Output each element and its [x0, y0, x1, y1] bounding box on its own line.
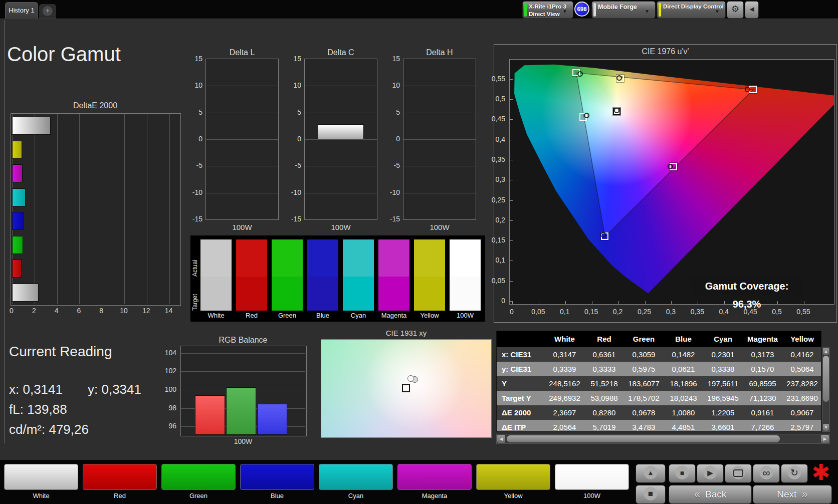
y-tick-label: -15: [188, 215, 202, 223]
table-row-x--cie31: x: CIE310,31470,63610,30590,14820,23010,…: [497, 347, 821, 362]
y-tick-label: -5: [188, 161, 202, 169]
measure-once-button[interactable]: [725, 464, 752, 483]
table-cell: 18,1896: [664, 376, 703, 391]
bar-green: [12, 236, 23, 254]
swatch-actual-magenta: [378, 239, 409, 277]
column-header-yellow: Yellow: [782, 331, 821, 347]
next-button[interactable]: Next»: [753, 485, 832, 504]
meter-count-badge: 698: [574, 2, 589, 17]
gridline: [305, 193, 377, 193]
target-row-label: Target: [191, 277, 198, 311]
patch-button-100w[interactable]: [555, 464, 629, 490]
y-tick-label: 5: [287, 108, 301, 116]
table-cell: 71,1230: [743, 391, 782, 405]
bar-red: [12, 260, 22, 278]
play-button[interactable]: ▶: [697, 464, 724, 483]
measure-loop-button[interactable]: ∞: [753, 464, 780, 483]
table-cell: 197,5611: [703, 376, 743, 391]
page-up-button[interactable]: ▲: [636, 464, 666, 483]
gridline: [206, 166, 278, 166]
x-tick-label: 0,3: [661, 308, 681, 316]
table-cell: 3,6601: [703, 420, 743, 432]
patch-button-magenta[interactable]: [397, 464, 472, 490]
plus-icon: +: [43, 6, 53, 16]
scrollbar-thumb[interactable]: [507, 435, 780, 442]
refresh-icon: ↻: [790, 467, 798, 478]
y-tick-label: 15: [287, 55, 301, 63]
left-divider: [4, 20, 5, 443]
collapse-panel-button[interactable]: ◀: [745, 1, 759, 19]
delta-l-chart: [205, 59, 279, 220]
meter-dropdown[interactable]: X-Rite i1Pro 3Direct View ▼: [522, 1, 573, 19]
x-tick: [592, 301, 592, 304]
y-tick-label: 0,1: [490, 256, 505, 264]
y-tick-label: -10: [287, 188, 301, 196]
workflow-label: Mobile Forge: [598, 3, 637, 11]
scroll-up-icon[interactable]: ▲: [823, 348, 829, 355]
y-tick-label: 15: [188, 55, 202, 63]
patch-button-yellow[interactable]: [476, 464, 550, 490]
x-tick: [645, 301, 646, 304]
patch-label: Blue: [240, 492, 314, 499]
deltae2000-chart: [11, 113, 181, 306]
reading-fL: fL: 139,88: [9, 402, 67, 417]
swatch-target-yellow: [414, 277, 445, 311]
actual-target-swatches: ActualTargetWhiteRedGreenBlueCyanMagenta…: [190, 235, 485, 322]
display-control-dropdown[interactable]: Direct Display Control ▼: [657, 1, 726, 19]
table-cell: 0,3059: [624, 347, 664, 362]
x-tick-label: 0: [4, 307, 19, 315]
actual-row-label: Actual: [191, 239, 198, 277]
add-tab-button[interactable]: +: [39, 4, 56, 19]
x-tick: [539, 301, 539, 304]
gear-icon: ⚙: [731, 4, 739, 14]
bar-blue: [257, 404, 287, 435]
x-tick: [565, 301, 566, 304]
y-tick-label: 98: [161, 404, 176, 412]
gridline: [147, 114, 147, 304]
patch-button-red[interactable]: [83, 464, 157, 490]
scrollbar-thumb[interactable]: [823, 356, 829, 402]
refresh-button[interactable]: ↻: [781, 464, 808, 483]
workflow-dropdown[interactable]: Mobile Forge ▼: [591, 1, 656, 19]
window-size-button[interactable]: ■: [636, 485, 666, 504]
page-title: Color Gamut: [7, 43, 121, 66]
y-tick-label: 96: [161, 422, 176, 430]
swatch-label: 100W: [448, 312, 483, 319]
table-vertical-scrollbar[interactable]: ▲ ▼: [822, 347, 830, 432]
table-row-y: Y248,516251,5218183,607718,1896197,56116…: [497, 376, 821, 391]
table-cell: 0,3339: [545, 362, 584, 376]
table-horizontal-scrollbar[interactable]: ◀ ▶: [496, 434, 830, 444]
column-header-blue: Blue: [664, 331, 703, 347]
patch-button-blue[interactable]: [240, 464, 314, 490]
table-cell: 0,9678: [624, 405, 664, 420]
tab-history-1[interactable]: History 1: [5, 2, 38, 19]
patch-control-bar: WhiteRedGreenBlueCyanMagentaYellow100W▲■…: [0, 460, 838, 504]
patch-button-white[interactable]: [4, 464, 78, 490]
bar-100w: [12, 117, 51, 135]
y-tick-label: 0,25: [490, 196, 505, 204]
delta-bar: [318, 124, 364, 139]
rgb-balance-chart: [180, 346, 307, 436]
swatch-label: Red: [234, 312, 269, 319]
stop-button[interactable]: ■: [669, 464, 696, 483]
bar-white: [12, 284, 39, 302]
patch-button-cyan[interactable]: [319, 464, 393, 490]
y-tick: [510, 79, 513, 80]
patch-label: 100W: [555, 492, 629, 499]
table-cell: 0,1570: [743, 362, 782, 376]
y-tick-label: 0,2: [490, 216, 505, 224]
patch-label: Yellow: [476, 492, 550, 499]
target-marker-red: [749, 86, 757, 93]
settings-button[interactable]: ⚙: [727, 1, 744, 19]
next-label: Next: [777, 489, 796, 500]
patch-button-green[interactable]: [161, 464, 236, 490]
back-button[interactable]: «Back: [669, 485, 752, 504]
delta-h-chart-title: Delta H: [403, 48, 476, 57]
gridline: [79, 114, 80, 304]
table-row-target-y: Target Y249,693253,0988178,570218,024319…: [497, 391, 821, 405]
scroll-right-icon[interactable]: ▶: [821, 435, 829, 443]
y-tick-label: 102: [161, 367, 176, 375]
swatch-label: White: [198, 312, 234, 319]
scroll-down-icon[interactable]: ▼: [823, 424, 829, 431]
scroll-left-icon[interactable]: ◀: [497, 435, 505, 443]
